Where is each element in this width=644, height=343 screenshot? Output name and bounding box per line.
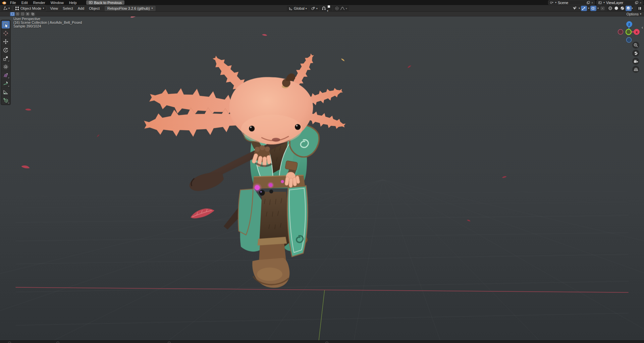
xray-icon <box>600 6 605 10</box>
sidebar-toggle-arrow[interactable]: ‹ <box>642 25 643 30</box>
snap-caret[interactable]: ▾ <box>327 9 328 12</box>
tool-scale[interactable] <box>2 54 10 62</box>
retopoflow-caret: ▾ <box>152 7 153 10</box>
viewport-display-controls: ▾ ▾ ▾ <box>572 6 644 11</box>
pivot-point-dropdown[interactable]: ▾ <box>309 6 319 11</box>
material-sphere-icon <box>620 6 625 10</box>
xray-toggle[interactable] <box>600 6 606 11</box>
tool-cursor[interactable] <box>2 29 10 37</box>
wireframe-sphere-icon <box>608 6 612 10</box>
scene-icon <box>550 1 554 4</box>
menu-select[interactable]: Select <box>60 6 75 10</box>
tool-move[interactable] <box>2 38 10 45</box>
shading-caret[interactable]: ▾ <box>632 7 633 10</box>
gizmo-x-label: X <box>636 31 638 34</box>
menu-add[interactable]: Add <box>75 6 87 10</box>
orientation-label: Global <box>294 6 305 10</box>
tool-select-box[interactable] <box>2 21 10 29</box>
x-axis-line <box>15 287 628 292</box>
viewlayer-icon <box>598 1 602 4</box>
pivot-caret: ▾ <box>316 7 318 10</box>
pan-hand-button[interactable] <box>632 50 639 57</box>
options-label: Options <box>627 12 639 16</box>
editor-type-selector[interactable]: ▾ <box>1 6 11 11</box>
navigation-gizmo[interactable]: Z X <box>616 17 641 43</box>
shading-rendered-button[interactable] <box>626 6 632 11</box>
mode-caret: ▾ <box>43 7 44 10</box>
status-bar <box>0 340 644 343</box>
tool-annotate[interactable] <box>2 71 10 79</box>
tool-add-cube[interactable] <box>2 96 10 104</box>
tool-options-dropdown[interactable]: Options ▾ <box>627 12 644 16</box>
orientation-axes-icon <box>288 6 293 10</box>
tool-settings-bar: Options ▾ <box>0 12 644 16</box>
select-mode-invert[interactable] <box>25 12 30 16</box>
transform-orientation-dropdown[interactable]: Global ▾ <box>287 6 309 11</box>
gizmo-neg-z-ball[interactable] <box>627 38 632 43</box>
overlays-caret[interactable]: ▾ <box>597 7 599 10</box>
back-screen-icon <box>89 1 93 4</box>
shading-mode-group: ▾ <box>607 6 634 11</box>
options-caret: ▾ <box>640 12 641 15</box>
gizmos-caret[interactable]: ▾ <box>588 7 589 10</box>
viewlayer-selector[interactable]: ▾ ViewLayer × <box>596 0 643 5</box>
scene-selector[interactable]: ▾ Scene × <box>548 0 595 5</box>
snap-target-icon[interactable] <box>327 5 331 8</box>
floor-grid <box>0 180 644 340</box>
ground-leaf <box>189 206 215 220</box>
menu-window[interactable]: Window <box>48 1 66 5</box>
overlays-toggle[interactable] <box>590 6 596 11</box>
proportional-edit-icon[interactable] <box>335 6 339 10</box>
new-viewlayer-icon[interactable] <box>635 1 638 4</box>
viewport-3d[interactable]: User Perspective (16) Scene Collection |… <box>0 16 644 340</box>
remove-viewlayer-icon[interactable]: × <box>640 1 642 5</box>
select-mode-extend[interactable] <box>15 12 20 16</box>
editor-type-caret: ▾ <box>8 7 10 10</box>
orientation-caret: ▾ <box>306 7 307 10</box>
select-mode-set[interactable] <box>10 12 15 16</box>
falloff-curve-icon[interactable] <box>340 6 345 10</box>
camera-view-button[interactable] <box>632 58 639 65</box>
gizmo-neg-x-ball[interactable] <box>618 30 623 35</box>
character-axolotl[interactable] <box>144 51 347 288</box>
viewport-info-overlay: User Perspective (16) Scene Collection |… <box>13 17 82 28</box>
shading-material-button[interactable] <box>620 6 626 11</box>
mode-label: Object Mode <box>20 6 41 10</box>
gizmos-toggle[interactable] <box>581 6 587 11</box>
scene-canvas <box>0 16 644 340</box>
menu-view[interactable]: View <box>48 6 60 10</box>
gizmo-y-ball[interactable] <box>626 29 631 35</box>
retopoflow-menu[interactable]: RetopoFlow 3.2.6 (github) ▾ <box>105 6 156 11</box>
tool-transform[interactable] <box>2 63 10 70</box>
shading-wireframe-button[interactable] <box>607 6 613 11</box>
show-object-types-dropdown[interactable] <box>572 6 578 11</box>
menu-edit[interactable]: Edit <box>19 1 31 5</box>
tool-rotate[interactable] <box>2 46 10 54</box>
perspective-toggle-button[interactable] <box>632 66 639 73</box>
tool-measure[interactable] <box>2 88 10 96</box>
falloff-caret[interactable]: ▾ <box>346 7 347 10</box>
mouse-middle-icon <box>56 342 59 343</box>
view-controls <box>632 42 639 73</box>
render-pause-button[interactable] <box>637 6 643 11</box>
tool-draw[interactable] <box>2 80 10 87</box>
menu-file[interactable]: File <box>7 1 19 5</box>
blender-logo-icon[interactable] <box>1 1 7 5</box>
select-mode-subtract[interactable] <box>20 12 25 16</box>
shading-solid-button[interactable] <box>613 6 620 11</box>
back-to-previous-button[interactable]: Back to Previous <box>86 0 125 5</box>
menu-object[interactable]: Object <box>87 6 102 10</box>
snap-magnet-icon[interactable] <box>322 6 326 10</box>
object-types-filter-icon <box>572 6 577 10</box>
menu-render[interactable]: Render <box>31 1 48 5</box>
menu-help[interactable]: Help <box>66 1 79 5</box>
unlink-scene-icon[interactable]: × <box>591 1 593 5</box>
back-to-previous-label: Back to Previous <box>94 1 122 5</box>
select-mode-intersect[interactable] <box>30 12 35 16</box>
proportional-edit-controls: ▾ <box>333 6 349 11</box>
render-sample-label: Sample 390/1024 <box>13 24 82 28</box>
object-types-caret[interactable]: ▾ <box>579 7 580 10</box>
zoom-button[interactable] <box>632 42 639 49</box>
mode-selector[interactable]: Object Mode ▾ <box>13 6 46 11</box>
new-scene-icon[interactable] <box>587 1 590 4</box>
